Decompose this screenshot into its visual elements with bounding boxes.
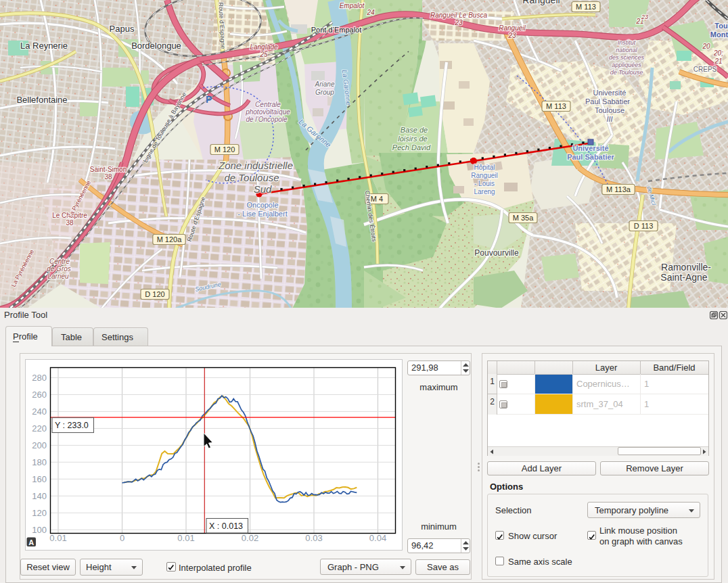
svg-text:appliquées: appliquées [612, 62, 641, 68]
svg-text:0.04: 0.04 [369, 533, 386, 543]
svg-text:20: 20 [702, 43, 710, 50]
svg-text:Pont d’Empalot: Pont d’Empalot [311, 26, 362, 34]
svg-text:Sud: Sud [254, 183, 272, 195]
svg-text:M 120: M 120 [214, 145, 235, 154]
svg-text:160: 160 [32, 474, 47, 484]
svg-text:national: national [616, 47, 638, 53]
svg-text:CREPS: CREPS [693, 66, 717, 73]
svg-text:Lareng: Lareng [474, 188, 495, 195]
svg-text:Toulouse: Toulouse [595, 106, 624, 114]
svg-text:Zone industrielle: Zone industrielle [218, 160, 293, 171]
svg-text:23: 23 [641, 14, 648, 20]
svg-text:0: 0 [120, 533, 124, 543]
svg-text:38: 38 [104, 173, 112, 181]
svg-text:Paul Sabatier: Paul Sabatier [567, 153, 614, 161]
svg-text:Rangueil: Rangueil [522, 0, 560, 5]
svg-text:200: 200 [32, 440, 47, 450]
svg-text:Group: Group [315, 89, 334, 96]
svg-text:loisirs de: loisirs de [398, 135, 427, 143]
svg-text:- Lise Enjalbert: - Lise Enjalbert [237, 210, 287, 218]
svg-text:Papus: Papus [110, 24, 135, 34]
svg-text:X : 0.013: X : 0.013 [209, 521, 243, 531]
svg-text:Larrieu: Larrieu [47, 273, 69, 280]
svg-text:Rangueil: Rangueil [499, 24, 526, 32]
svg-text:- Louis: - Louis [474, 180, 495, 187]
svg-text:260: 260 [32, 390, 47, 400]
svg-text:Base de: Base de [401, 126, 428, 134]
svg-text:III: III [606, 115, 612, 123]
svg-text:D 113: D 113 [634, 222, 654, 230]
svg-text:38: 38 [66, 219, 74, 227]
svg-text:Rangueil Le Busca: Rangueil Le Busca [430, 11, 487, 19]
svg-text:M 113: M 113 [576, 3, 596, 11]
svg-text:M 113: M 113 [546, 102, 566, 110]
svg-text:des sciences: des sciences [609, 54, 645, 61]
svg-text:23: 23 [454, 19, 463, 26]
svg-text:120: 120 [32, 508, 47, 518]
svg-text:0.02: 0.02 [242, 533, 258, 543]
svg-text:M 113a: M 113a [606, 185, 631, 193]
svg-text:de Toulouse: de Toulouse [610, 69, 643, 76]
svg-text:Tou: Tou [714, 22, 727, 30]
svg-text:Institut: Institut [618, 39, 636, 46]
svg-text:280: 280 [32, 373, 47, 383]
svg-text:de Toulouse: de Toulouse [224, 172, 279, 183]
svg-text:La Reynerie: La Reynerie [20, 41, 68, 51]
svg-text:0.03: 0.03 [305, 533, 322, 543]
svg-text:Université: Université [593, 89, 627, 97]
svg-text:240: 240 [32, 406, 47, 417]
svg-text:A: A [28, 538, 34, 546]
svg-text:0.01: 0.01 [177, 533, 194, 543]
svg-text:Bellefontaine: Bellefontaine [16, 95, 67, 105]
svg-text:220: 220 [32, 423, 47, 434]
svg-text:de l’Oncopole: de l’Oncopole [246, 116, 288, 123]
svg-text:21: 21 [714, 57, 722, 65]
svg-text:P: P [206, 94, 212, 105]
svg-text:Université: Université [572, 144, 608, 152]
svg-text:25: 25 [259, 51, 268, 58]
svg-text:Empalot: Empalot [340, 2, 365, 9]
svg-text:Rangueil: Rangueil [471, 172, 497, 179]
svg-text:23: 23 [507, 32, 516, 39]
svg-text:D 120: D 120 [145, 290, 164, 298]
svg-text:Pech David: Pech David [392, 143, 431, 151]
svg-text:0.01: 0.01 [49, 533, 66, 543]
svg-text:Pouvourville: Pouvourville [474, 248, 519, 258]
svg-text:Oncopole: Oncopole [246, 201, 278, 209]
svg-text:Mont: Mont [710, 30, 728, 39]
svg-text:M 120a: M 120a [157, 235, 183, 243]
svg-text:Ariane: Ariane [315, 80, 335, 88]
svg-text:Centre: Centre [49, 258, 70, 265]
svg-text:Ramonville-: Ramonville- [661, 262, 711, 273]
svg-text:140: 140 [32, 491, 47, 501]
svg-text:180: 180 [32, 457, 47, 467]
svg-text:Bordelongue: Bordelongue [131, 41, 181, 51]
svg-text:Langlade: Langlade [250, 43, 278, 51]
svg-text:Saint-Simon: Saint-Simon [90, 166, 127, 173]
svg-text:Y : 233.0: Y : 233.0 [55, 421, 89, 430]
svg-text:de Gros: de Gros [47, 265, 71, 273]
svg-text:Centrale: Centrale [255, 101, 281, 108]
svg-text:Hôpital: Hôpital [474, 164, 495, 171]
svg-text:100: 100 [32, 525, 47, 535]
svg-text:Saint-Agne: Saint-Agne [660, 272, 707, 283]
svg-text:Paul Sabatier: Paul Sabatier [585, 97, 630, 106]
svg-text:M 35a: M 35a [513, 214, 534, 222]
svg-text:photovoltaïque: photovoltaïque [245, 108, 290, 116]
svg-text:24: 24 [366, 9, 375, 16]
svg-text:20;: 20; [713, 49, 723, 57]
